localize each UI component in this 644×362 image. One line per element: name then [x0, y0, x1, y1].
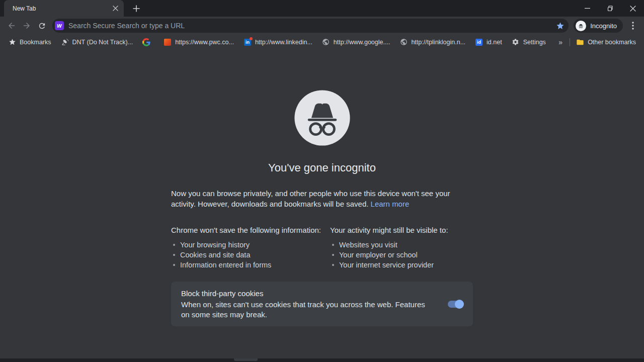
address-input[interactable] [68, 22, 556, 30]
bookmark-label: id.net [487, 39, 502, 46]
satellite-dish-icon [61, 38, 69, 46]
bookmark-label: Settings [523, 39, 546, 46]
bookmark-label: Bookmarks [20, 39, 51, 46]
list-item: Your employer or school [330, 250, 473, 260]
wont-save-column: Chrome won't save the following informat… [171, 225, 330, 270]
bookmarks-bar-right: » Other bookmarks [558, 37, 638, 48]
close-button[interactable] [621, 0, 644, 17]
intro-paragraph: Now you can browse privately, and other … [171, 188, 473, 209]
learn-more-link[interactable]: Learn more [371, 200, 410, 208]
visible-to-column: Your activity might still be visible to:… [330, 225, 473, 270]
bottom-frame-strip [0, 358, 644, 362]
wont-save-title: Chrome won't save the following informat… [171, 225, 330, 235]
google-icon [142, 38, 150, 46]
bookmark-label: DNT (Do Not Track)... [72, 39, 133, 46]
linkedin-icon: in [244, 38, 252, 46]
visible-to-title: Your activity might still be visible to: [330, 225, 473, 235]
wont-save-list: Your browsing history Cookies and site d… [171, 240, 330, 270]
visible-to-list: Websites you visit Your employer or scho… [330, 240, 473, 270]
third-party-cookies-toggle[interactable] [448, 301, 463, 308]
bookmark-label: http://www.google.... [334, 39, 390, 46]
list-item: Websites you visit [330, 240, 473, 250]
tab-strip: New Tab [0, 0, 644, 17]
new-tab-button[interactable] [130, 3, 143, 15]
cookies-card-title: Block third-party cookies [181, 289, 436, 299]
gear-icon [512, 38, 520, 46]
bookmark-item-bookmarks[interactable]: Bookmarks [8, 37, 51, 48]
list-item: Information entered in forms [171, 260, 330, 270]
menu-kebab-icon[interactable] [626, 19, 640, 33]
forward-button[interactable] [19, 18, 34, 33]
globe-icon [322, 38, 330, 46]
list-item: Your internet service provider [330, 260, 473, 270]
bottom-strip-highlight [234, 358, 258, 361]
incognito-new-tab-page: You've gone incognito Now you can browse… [0, 49, 644, 358]
tab-title: New Tab [13, 5, 111, 12]
minimize-button[interactable] [576, 0, 599, 17]
toolbar: w Incognito [0, 17, 644, 35]
other-bookmarks-button[interactable]: Other bookmarks [576, 37, 636, 48]
idnet-favicon: id [475, 38, 483, 46]
bookmark-star-icon[interactable] [556, 22, 565, 30]
bookmark-item-google[interactable] [142, 37, 154, 48]
tab-close-icon[interactable] [111, 4, 120, 13]
incognito-spy-icon [293, 89, 351, 147]
info-columns: Chrome won't save the following informat… [171, 225, 473, 270]
bookmarks-bar: Bookmarks DNT (Do Not Track)... [0, 35, 644, 49]
star-icon [8, 38, 16, 46]
reload-button[interactable] [34, 18, 49, 33]
bookmark-label: http://tplinklogin.n... [411, 39, 465, 46]
tab-new-tab[interactable]: New Tab [4, 0, 124, 17]
incognito-avatar-icon [576, 21, 586, 31]
bookmark-item-linkedin[interactable]: in http://www.linkedin... [244, 37, 312, 48]
omnibox[interactable]: w [52, 19, 569, 33]
incognito-badge-label: Incognito [590, 22, 617, 30]
incognito-badge[interactable]: Incognito [574, 19, 623, 33]
back-button[interactable] [4, 18, 19, 33]
list-item: Your browsing history [171, 240, 330, 250]
secure-search-favicon: w [55, 21, 64, 30]
cookies-card-description: When on, sites can't use cookies that tr… [181, 300, 435, 320]
page-title: You've gone incognito [171, 161, 473, 174]
other-bookmarks-label: Other bookmarks [588, 39, 636, 46]
bookmarks-divider [570, 38, 570, 46]
bookmark-item-tplink[interactable]: http://tplinklogin.n... [399, 37, 465, 48]
bookmark-label: https://www.pwc.co... [175, 39, 234, 46]
globe-icon [399, 38, 408, 46]
bookmarks-overflow-chevron[interactable]: » [558, 38, 562, 46]
pwc-favicon [164, 38, 172, 46]
folder-icon [576, 38, 584, 46]
browser-window: New Tab [0, 0, 644, 362]
bookmark-label: http://www.linkedin... [255, 39, 312, 46]
restore-button[interactable] [599, 0, 621, 17]
bookmark-item-pwc[interactable]: https://www.pwc.co... [164, 37, 234, 48]
list-item: Cookies and site data [171, 250, 330, 260]
window-controls [576, 0, 644, 17]
toggle-thumb [455, 300, 464, 309]
bookmark-item-settings[interactable]: Settings [512, 37, 546, 48]
third-party-cookies-card: Block third-party cookies When on, sites… [171, 282, 473, 326]
bookmark-item-dnt[interactable]: DNT (Do Not Track)... [61, 37, 133, 48]
bookmark-item-idnet[interactable]: id id.net [475, 37, 502, 48]
bookmark-item-google-url[interactable]: http://www.google.... [322, 37, 390, 48]
cookies-card-text: Block third-party cookies When on, sites… [181, 289, 448, 320]
